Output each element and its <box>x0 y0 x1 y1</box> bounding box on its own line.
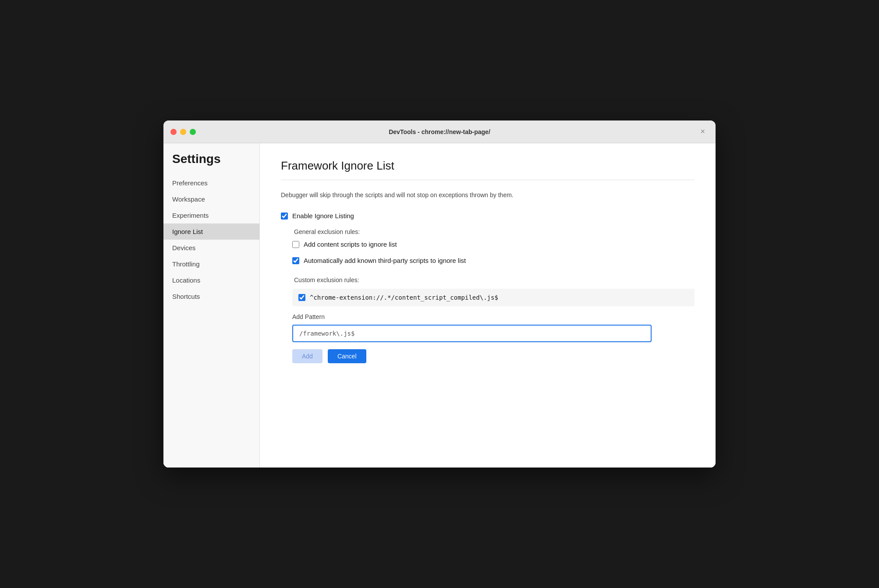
sidebar-item-devices[interactable]: Devices <box>163 240 259 256</box>
enable-ignore-listing-row: Enable Ignore Listing <box>281 212 695 220</box>
titlebar: DevTools - chrome://new-tab-page/ × <box>163 120 716 143</box>
auto-add-third-party-row: Automatically add known third-party scri… <box>292 257 695 264</box>
title-divider <box>281 180 695 180</box>
button-row: Add Cancel <box>292 349 695 363</box>
sidebar-item-experiments[interactable]: Experiments <box>163 207 259 223</box>
auto-add-third-party-label: Automatically add known third-party scri… <box>304 257 466 264</box>
add-content-scripts-checkbox[interactable] <box>292 241 299 248</box>
add-pattern-label: Add Pattern <box>292 306 695 325</box>
titlebar-title: DevTools - chrome://new-tab-page/ <box>389 128 490 135</box>
sidebar-item-ignore-list[interactable]: Ignore List <box>163 223 259 240</box>
devtools-window: DevTools - chrome://new-tab-page/ × Sett… <box>163 120 716 468</box>
close-traffic-light[interactable] <box>170 129 177 135</box>
traffic-lights <box>170 129 196 135</box>
sidebar-item-locations[interactable]: Locations <box>163 272 259 288</box>
chrome-extension-rule-checkbox[interactable] <box>298 294 305 301</box>
enable-ignore-listing-checkbox[interactable] <box>281 213 288 220</box>
close-button[interactable]: × <box>697 125 709 138</box>
general-exclusion-section: General exclusion rules: Add content scr… <box>292 228 695 264</box>
add-content-scripts-label: Add content scripts to ignore list <box>304 241 397 248</box>
custom-exclusion-label: Custom exclusion rules: <box>294 276 695 283</box>
sidebar-item-shortcuts[interactable]: Shortcuts <box>163 288 259 305</box>
sidebar: Settings Preferences Workspace Experimen… <box>163 143 260 468</box>
description-text: Debugger will skip through the scripts a… <box>281 191 695 200</box>
add-content-scripts-row: Add content scripts to ignore list <box>292 241 695 248</box>
sidebar-item-throttling[interactable]: Throttling <box>163 256 259 272</box>
custom-exclusion-section: Custom exclusion rules: ^chrome-extensio… <box>292 276 695 306</box>
page-title: Framework Ignore List <box>281 159 695 173</box>
pattern-input[interactable] <box>292 325 652 342</box>
chrome-extension-rule-label: ^chrome-extension://.*/content_script_co… <box>310 294 498 301</box>
sidebar-heading: Settings <box>163 152 259 175</box>
add-pattern-section: Add Pattern Add Cancel <box>292 306 695 363</box>
main-panel: Framework Ignore List Debugger will skip… <box>260 143 716 468</box>
add-button[interactable]: Add <box>292 349 323 363</box>
sidebar-item-workspace[interactable]: Workspace <box>163 191 259 207</box>
minimize-traffic-light[interactable] <box>180 129 186 135</box>
custom-rule-row: ^chrome-extension://.*/content_script_co… <box>292 289 695 306</box>
auto-add-third-party-checkbox[interactable] <box>292 257 299 264</box>
general-exclusion-label: General exclusion rules: <box>294 228 695 235</box>
cancel-button[interactable]: Cancel <box>328 349 366 363</box>
sidebar-item-preferences[interactable]: Preferences <box>163 175 259 191</box>
content-area: Settings Preferences Workspace Experimen… <box>163 143 716 468</box>
enable-ignore-listing-label: Enable Ignore Listing <box>292 212 354 220</box>
maximize-traffic-light[interactable] <box>190 129 196 135</box>
